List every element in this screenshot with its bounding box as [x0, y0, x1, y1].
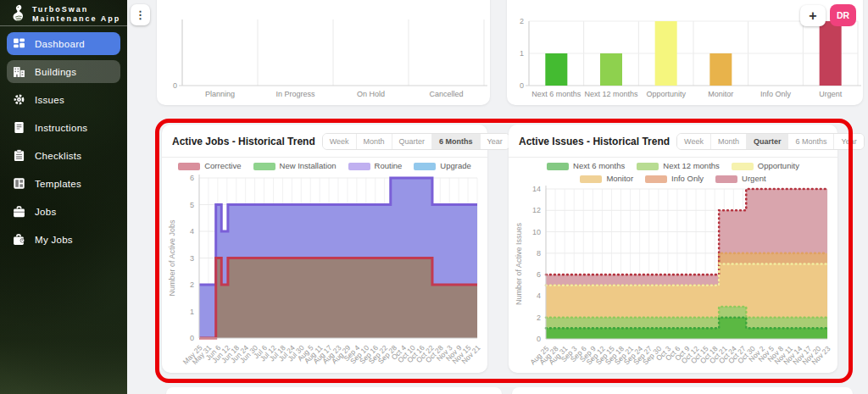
- svg-text:0: 0: [537, 335, 541, 343]
- svg-text:12: 12: [532, 206, 541, 214]
- svg-text:0: 0: [173, 81, 177, 90]
- sidebar-item-jobs[interactable]: Jobs: [7, 200, 120, 223]
- next-row-card-partial: [512, 387, 853, 394]
- active-issues-period-year-button[interactable]: Year: [834, 134, 863, 149]
- svg-text:1: 1: [520, 49, 524, 58]
- svg-text:3: 3: [190, 254, 194, 263]
- sidebar-toggle-button[interactable]: ⋮: [131, 4, 150, 25]
- svg-text:0: 0: [190, 334, 194, 342]
- sidebar-header: TurboSwan Maintenance App: [0, 0, 127, 26]
- svg-text:4: 4: [537, 291, 541, 300]
- legend-swatch: [178, 163, 200, 170]
- active-issues-period-month-button[interactable]: Month: [711, 134, 747, 149]
- legend-item-new-installation[interactable]: New Installation: [253, 161, 337, 171]
- checklist-icon: [13, 149, 25, 162]
- legend-item-opportunity[interactable]: Opportunity: [732, 161, 799, 171]
- active-issues-period-6-months-button[interactable]: 6 Months: [788, 134, 834, 149]
- sidebar-item-instructions[interactable]: Instructions: [7, 116, 120, 139]
- active-issues-trend-card: Active Issues - Historical Trend WeekMon…: [509, 125, 837, 373]
- legend-swatch: [580, 175, 602, 183]
- book-icon: [13, 121, 25, 134]
- active-issues-trend-chart: 02468101214Aug 25Aug 28Aug 31Sep 3Sep 6S…: [512, 184, 834, 369]
- buildings-icon: [13, 65, 25, 78]
- svg-text:Cancelled: Cancelled: [429, 90, 463, 98]
- active-jobs-period-week-button[interactable]: Week: [323, 134, 357, 149]
- sidebar-item-buildings[interactable]: Buildings: [7, 60, 120, 83]
- legend-item-urgent[interactable]: Urgent: [715, 174, 766, 184]
- legend-item-routine[interactable]: Routine: [348, 161, 403, 171]
- legend-swatch: [732, 163, 754, 170]
- active-issues-card-header: Active Issues - Historical Trend WeekMon…: [509, 125, 837, 158]
- plus-icon: +: [809, 8, 816, 24]
- sidebar-item-my-jobs[interactable]: My Jobs: [7, 228, 120, 251]
- legend-item-info-only[interactable]: Info Only: [645, 174, 704, 184]
- svg-text:2: 2: [537, 314, 541, 322]
- add-button[interactable]: +: [800, 5, 826, 26]
- gear-icon: [13, 93, 25, 106]
- kebab-menu-icon: ⋮: [135, 8, 146, 21]
- legend-swatch: [253, 163, 275, 170]
- sidebar-item-checklists[interactable]: Checklists: [7, 144, 120, 167]
- svg-text:14: 14: [532, 185, 541, 193]
- swan-logo-icon: [7, 3, 27, 24]
- svg-text:2: 2: [520, 17, 524, 25]
- active-jobs-trend-chart: 0123456May 25May 31Jun 6Jun 12Jun 18Jun …: [165, 171, 484, 368]
- svg-text:Number of Active Issues: Number of Active Issues: [515, 222, 523, 305]
- svg-text:Info Only: Info Only: [760, 90, 792, 98]
- svg-text:Next 6 months: Next 6 months: [531, 90, 581, 98]
- legend-item-corrective[interactable]: Corrective: [178, 161, 241, 171]
- svg-text:8: 8: [537, 249, 541, 258]
- svg-text:0: 0: [520, 81, 524, 90]
- sidebar-nav: DashboardBuildingsIssuesInstructionsChec…: [0, 26, 127, 251]
- svg-text:In Progress: In Progress: [275, 90, 315, 98]
- svg-text:6: 6: [190, 174, 194, 182]
- svg-text:10: 10: [532, 228, 541, 236]
- svg-text:6: 6: [537, 270, 541, 279]
- svg-text:On Hold: On Hold: [357, 90, 385, 98]
- active-jobs-period-6-months-button[interactable]: 6 Months: [432, 134, 481, 149]
- active-jobs-title: Active Jobs - Historical Trend: [172, 136, 315, 147]
- active-jobs-card-header: Active Jobs - Historical Trend WeekMonth…: [162, 125, 487, 158]
- active-jobs-period-quarter-button[interactable]: Quarter: [392, 134, 433, 149]
- sidebar: TurboSwan Maintenance App DashboardBuild…: [0, 0, 127, 394]
- briefcase-user-icon: [13, 233, 25, 246]
- active-issues-legend: Next 6 monthsNext 12 monthsOpportunityMo…: [509, 158, 837, 184]
- legend-item-next-12-months[interactable]: Next 12 months: [637, 161, 720, 171]
- dashboard-icon: [13, 37, 25, 50]
- active-jobs-period-month-button[interactable]: Month: [357, 134, 392, 149]
- app-title: TurboSwan Maintenance App: [32, 3, 120, 24]
- sidebar-item-issues[interactable]: Issues: [7, 88, 120, 111]
- legend-swatch: [637, 163, 659, 170]
- active-issues-period-quarter-button[interactable]: Quarter: [747, 134, 789, 149]
- active-jobs-period-year-button[interactable]: Year: [481, 134, 509, 149]
- svg-text:1: 1: [190, 308, 194, 316]
- dashboard-page: TurboSwan Maintenance App DashboardBuild…: [0, 0, 868, 394]
- legend-swatch: [547, 163, 569, 170]
- legend-swatch: [715, 175, 737, 183]
- legend-item-monitor[interactable]: Monitor: [580, 174, 633, 184]
- svg-text:4: 4: [190, 227, 194, 236]
- legend-item-upgrade[interactable]: Upgrade: [414, 161, 470, 171]
- briefcase-icon: [13, 205, 25, 218]
- active-issues-period-week-button[interactable]: Week: [677, 134, 711, 149]
- template-icon: [13, 177, 25, 190]
- svg-text:Monitor: Monitor: [708, 90, 733, 98]
- svg-text:Opportunity: Opportunity: [646, 90, 686, 98]
- sidebar-item-dashboard[interactable]: Dashboard: [7, 32, 120, 55]
- active-jobs-trend-card: Active Jobs - Historical Trend WeekMonth…: [162, 125, 487, 373]
- svg-text:Next 12 months: Next 12 months: [584, 90, 638, 98]
- next-row-card-partial: [166, 387, 502, 394]
- svg-text:Urgent: Urgent: [819, 90, 843, 98]
- legend-item-next-6-months[interactable]: Next 6 months: [547, 161, 625, 171]
- svg-text:2: 2: [190, 280, 194, 289]
- sidebar-item-templates[interactable]: Templates: [7, 172, 120, 195]
- legend-swatch: [414, 163, 436, 170]
- legend-swatch: [645, 175, 667, 183]
- legend-swatch: [348, 163, 370, 170]
- active-jobs-period-selector: WeekMonthQuarter6 MonthsYear: [322, 133, 510, 150]
- svg-text:Planning: Planning: [205, 90, 235, 98]
- jobs-by-status-chart: 0PlanningIn ProgressOn HoldCancelled: [157, 0, 490, 105]
- avatar[interactable]: DR: [830, 4, 856, 26]
- active-issues-title: Active Issues - Historical Trend: [519, 136, 670, 147]
- active-issues-period-selector: WeekMonthQuarter6 MonthsYear: [676, 133, 865, 150]
